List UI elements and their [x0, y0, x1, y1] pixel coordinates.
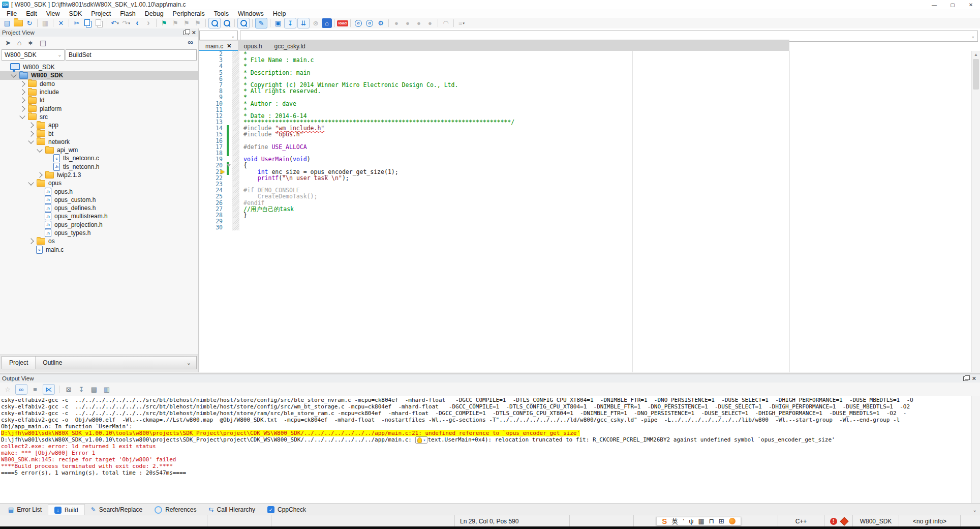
home-icon[interactable]: ⌂ — [17, 39, 21, 47]
output-tab-error-list[interactable]: ▤Error List — [2, 504, 48, 515]
expander-closed-icon[interactable] — [28, 239, 34, 244]
error-status-icon[interactable]: ! — [830, 518, 837, 525]
copy-icon[interactable] — [83, 18, 93, 28]
tree-item[interactable]: .hopus_types.h — [0, 229, 198, 237]
minimize-button[interactable]: — — [925, 0, 943, 9]
debug-alt-icon[interactable]: d — [364, 18, 375, 28]
buildset-combo[interactable]: BuildSet — [66, 49, 197, 61]
ime-keyboard-icon[interactable]: ▦ — [698, 518, 704, 524]
menu-tools[interactable]: Tools — [209, 10, 233, 17]
fold-collapse-icon[interactable] — [227, 164, 231, 167]
paste-icon[interactable] — [94, 18, 104, 28]
output-scrollbar[interactable] — [971, 396, 980, 504]
output-tab-cppcheck[interactable]: ✓CppCheck — [261, 504, 312, 515]
code-line[interactable]: 26#endif — [199, 200, 980, 206]
code-editor[interactable]: 2*3* File Name : main.c4*5* Description:… — [199, 51, 980, 372]
sogou-logo-icon[interactable]: S — [662, 517, 667, 525]
copy-output-icon[interactable]: ▥ — [102, 385, 112, 394]
menu-help[interactable]: Help — [268, 10, 291, 17]
code-line[interactable]: 29 — [199, 218, 980, 224]
expander-open-icon[interactable] — [28, 138, 34, 144]
tab-outline[interactable]: Outline — [36, 357, 69, 369]
load-icon[interactable]: load — [338, 18, 348, 28]
output-tab-call-hierarchy[interactable]: ⇆Call Hierarchy — [203, 504, 261, 515]
ime-toolbar[interactable]: S英’ψ▦⊓⊞ — [656, 517, 741, 525]
menu-edit[interactable]: Edit — [21, 10, 42, 17]
target-combo[interactable]: W800_SDK ⌄ — [2, 49, 65, 61]
float-panel-icon[interactable] — [183, 31, 189, 35]
code-line[interactable]: 3* File Name : main.c — [199, 57, 980, 63]
search-in-files-icon[interactable] — [222, 18, 232, 28]
editor-tab-opus-h[interactable]: opus.h — [238, 41, 268, 51]
tree-item[interactable]: app — [0, 121, 198, 129]
cut-icon[interactable]: ✂ — [72, 18, 82, 28]
tree-item[interactable]: W800_SDK — [0, 63, 198, 71]
code-line[interactable]: 11* — [199, 107, 980, 113]
code-line[interactable]: 10* Author : dave — [199, 101, 980, 107]
tree-item[interactable]: lwip2.1.3 — [0, 171, 198, 179]
tree-item[interactable]: bt — [0, 129, 198, 137]
tree-item[interactable]: platform — [0, 104, 198, 112]
output-tab-build[interactable]: ↓Build — [48, 504, 85, 516]
console-line[interactable]: csky-elfabiv2-gcc -c ../../../../../../.… — [1, 410, 971, 417]
quickfix-bulb-icon[interactable]: ▾ — [415, 436, 428, 444]
close-tab-icon[interactable]: ✕ — [227, 43, 231, 49]
package-icon[interactable]: ▤ — [40, 39, 46, 47]
ime-toolbox-icon[interactable]: ⊞ — [719, 518, 724, 524]
expander-open-icon[interactable] — [28, 180, 34, 185]
tree-item[interactable]: os — [0, 237, 198, 245]
console-line[interactable]: ====5 error(s), 1 warning(s), total time… — [1, 469, 971, 476]
close-file-icon[interactable]: ✕ — [56, 18, 66, 28]
open-folder-icon[interactable] — [13, 18, 23, 28]
scrollbar-thumb[interactable] — [973, 59, 979, 90]
menu-view[interactable]: View — [42, 10, 65, 17]
expander-closed-icon[interactable] — [19, 98, 25, 103]
locate-file-icon[interactable]: ➤ — [5, 39, 11, 47]
goto-search-icon[interactable] — [237, 18, 250, 28]
tree-item[interactable]: .hopus_defines.h — [0, 204, 198, 212]
link-editor-icon[interactable]: ∞ — [188, 38, 193, 46]
output-tab-search-replace[interactable]: ✎Search/Replace — [85, 504, 148, 515]
console-line[interactable]: D:\jfh\w801\sdk\W80X_SDK_v1.00.10\tools\… — [1, 430, 971, 436]
code-line[interactable]: 25 CreateDemoTask(); — [199, 193, 980, 199]
tree-item[interactable]: .hopus_multistream.h — [0, 212, 198, 220]
tree-item[interactable]: W800_SDK — [0, 71, 198, 79]
download-icon[interactable]: ↧ — [284, 18, 296, 28]
tree-item[interactable]: api_wm — [0, 146, 198, 154]
code-line[interactable]: 9* — [199, 94, 980, 100]
debug-settings-icon[interactable]: ⚙ — [376, 18, 386, 28]
menu-debug[interactable]: Debug — [140, 10, 168, 17]
console-line[interactable]: make: *** [Obj/w800] Error 1 — [1, 450, 971, 456]
refresh-icon[interactable]: ↻ — [24, 18, 35, 28]
chevron-down-icon[interactable]: ⌄ — [187, 360, 191, 366]
tree-item[interactable]: .hopus_projection.h — [0, 221, 198, 229]
tree-item[interactable]: opus — [0, 179, 198, 187]
collapse-tree-icon[interactable]: ∗ — [27, 39, 34, 47]
menu-sdk[interactable]: SDK — [65, 10, 87, 17]
tree-item[interactable]: include — [0, 88, 198, 96]
close-panel-icon[interactable]: ✕ — [192, 30, 196, 36]
debug-icon[interactable]: d — [353, 18, 363, 28]
tree-item[interactable]: .hopus_custom.h — [0, 196, 198, 204]
link-output-icon[interactable]: ∞ — [15, 384, 27, 395]
console-line[interactable]: csky-elfabiv2-gcc -o Obj/w800.elf -Wl,--… — [1, 417, 971, 423]
code-line[interactable]: 16 — [199, 138, 980, 144]
editor-scrollbar[interactable]: ▲ — [971, 51, 980, 372]
import-output-icon[interactable]: ↧ — [76, 385, 86, 394]
code-line[interactable]: 4* — [199, 63, 980, 69]
project-tree[interactable]: W800_SDKW800_SDKdemoincludeldplatformsrc… — [0, 63, 198, 355]
code-line[interactable]: 30 — [199, 224, 980, 230]
console-line[interactable]: D:\jfh\w801\sdk\W80X_SDK_v1.00.10\tools\… — [1, 436, 971, 443]
navigate-back-icon[interactable]: ‹ — [132, 18, 142, 28]
expander-closed-icon[interactable] — [19, 106, 25, 111]
filter-output-icon[interactable]: ≡ — [30, 385, 40, 394]
expander-open-icon[interactable] — [37, 146, 42, 152]
menu-windows[interactable]: Windows — [233, 10, 268, 17]
console-line[interactable]: csky-elfabiv2-gcc -c ../../../../../../.… — [1, 403, 971, 410]
tree-item[interactable]: ctls_netconn.c — [0, 154, 198, 162]
code-line[interactable]: 2* — [199, 51, 980, 57]
tab-project[interactable]: Project — [2, 357, 36, 369]
expander-closed-icon[interactable] — [37, 172, 42, 178]
expander-closed-icon[interactable] — [28, 131, 34, 136]
code-line[interactable]: 28} — [199, 212, 980, 218]
